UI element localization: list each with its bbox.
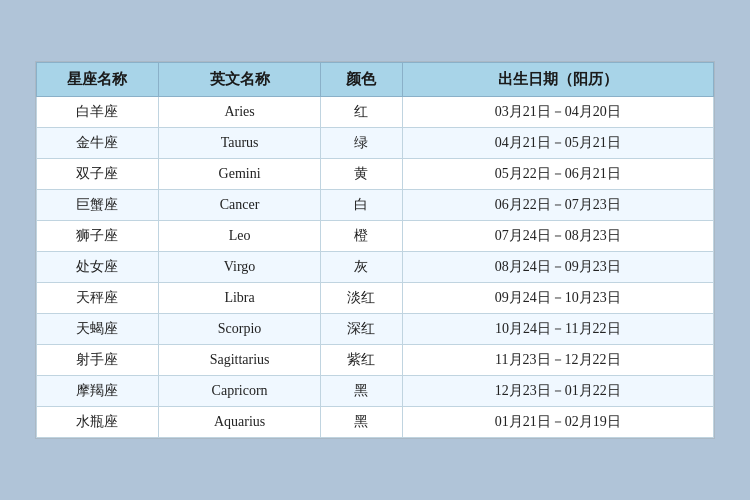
cell-cn: 双子座 bbox=[37, 159, 159, 190]
cell-en: Capricorn bbox=[158, 376, 320, 407]
cell-date: 07月24日－08月23日 bbox=[402, 221, 713, 252]
cell-date: 01月21日－02月19日 bbox=[402, 407, 713, 438]
zodiac-table-container: 星座名称 英文名称 颜色 出生日期（阳历） 白羊座Aries红03月21日－04… bbox=[35, 61, 715, 439]
table-row: 天秤座Libra淡红09月24日－10月23日 bbox=[37, 283, 714, 314]
cell-en: Libra bbox=[158, 283, 320, 314]
cell-cn: 摩羯座 bbox=[37, 376, 159, 407]
table-header-row: 星座名称 英文名称 颜色 出生日期（阳历） bbox=[37, 63, 714, 97]
cell-cn: 天秤座 bbox=[37, 283, 159, 314]
cell-cn: 白羊座 bbox=[37, 97, 159, 128]
cell-date: 04月21日－05月21日 bbox=[402, 128, 713, 159]
table-row: 摩羯座Capricorn黑12月23日－01月22日 bbox=[37, 376, 714, 407]
cell-en: Cancer bbox=[158, 190, 320, 221]
cell-color: 黑 bbox=[321, 376, 402, 407]
cell-en: Gemini bbox=[158, 159, 320, 190]
cell-cn: 处女座 bbox=[37, 252, 159, 283]
table-row: 金牛座Taurus绿04月21日－05月21日 bbox=[37, 128, 714, 159]
cell-cn: 射手座 bbox=[37, 345, 159, 376]
cell-cn: 巨蟹座 bbox=[37, 190, 159, 221]
table-row: 射手座Sagittarius紫红11月23日－12月22日 bbox=[37, 345, 714, 376]
cell-en: Sagittarius bbox=[158, 345, 320, 376]
cell-date: 11月23日－12月22日 bbox=[402, 345, 713, 376]
cell-color: 白 bbox=[321, 190, 402, 221]
cell-cn: 水瓶座 bbox=[37, 407, 159, 438]
header-cn: 星座名称 bbox=[37, 63, 159, 97]
cell-date: 08月24日－09月23日 bbox=[402, 252, 713, 283]
cell-cn: 天蝎座 bbox=[37, 314, 159, 345]
cell-en: Scorpio bbox=[158, 314, 320, 345]
table-row: 处女座Virgo灰08月24日－09月23日 bbox=[37, 252, 714, 283]
cell-date: 12月23日－01月22日 bbox=[402, 376, 713, 407]
cell-en: Leo bbox=[158, 221, 320, 252]
header-en: 英文名称 bbox=[158, 63, 320, 97]
table-row: 巨蟹座Cancer白06月22日－07月23日 bbox=[37, 190, 714, 221]
cell-color: 绿 bbox=[321, 128, 402, 159]
table-row: 白羊座Aries红03月21日－04月20日 bbox=[37, 97, 714, 128]
cell-en: Aquarius bbox=[158, 407, 320, 438]
cell-date: 06月22日－07月23日 bbox=[402, 190, 713, 221]
cell-color: 黄 bbox=[321, 159, 402, 190]
cell-date: 05月22日－06月21日 bbox=[402, 159, 713, 190]
cell-en: Taurus bbox=[158, 128, 320, 159]
table-row: 水瓶座Aquarius黑01月21日－02月19日 bbox=[37, 407, 714, 438]
cell-en: Aries bbox=[158, 97, 320, 128]
header-date: 出生日期（阳历） bbox=[402, 63, 713, 97]
cell-color: 黑 bbox=[321, 407, 402, 438]
table-row: 双子座Gemini黄05月22日－06月21日 bbox=[37, 159, 714, 190]
cell-date: 10月24日－11月22日 bbox=[402, 314, 713, 345]
table-row: 狮子座Leo橙07月24日－08月23日 bbox=[37, 221, 714, 252]
table-row: 天蝎座Scorpio深红10月24日－11月22日 bbox=[37, 314, 714, 345]
cell-color: 灰 bbox=[321, 252, 402, 283]
table-body: 白羊座Aries红03月21日－04月20日金牛座Taurus绿04月21日－0… bbox=[37, 97, 714, 438]
zodiac-table: 星座名称 英文名称 颜色 出生日期（阳历） 白羊座Aries红03月21日－04… bbox=[36, 62, 714, 438]
cell-color: 紫红 bbox=[321, 345, 402, 376]
cell-color: 深红 bbox=[321, 314, 402, 345]
cell-date: 09月24日－10月23日 bbox=[402, 283, 713, 314]
cell-cn: 金牛座 bbox=[37, 128, 159, 159]
cell-color: 红 bbox=[321, 97, 402, 128]
cell-color: 淡红 bbox=[321, 283, 402, 314]
cell-date: 03月21日－04月20日 bbox=[402, 97, 713, 128]
cell-cn: 狮子座 bbox=[37, 221, 159, 252]
cell-en: Virgo bbox=[158, 252, 320, 283]
cell-color: 橙 bbox=[321, 221, 402, 252]
header-color: 颜色 bbox=[321, 63, 402, 97]
